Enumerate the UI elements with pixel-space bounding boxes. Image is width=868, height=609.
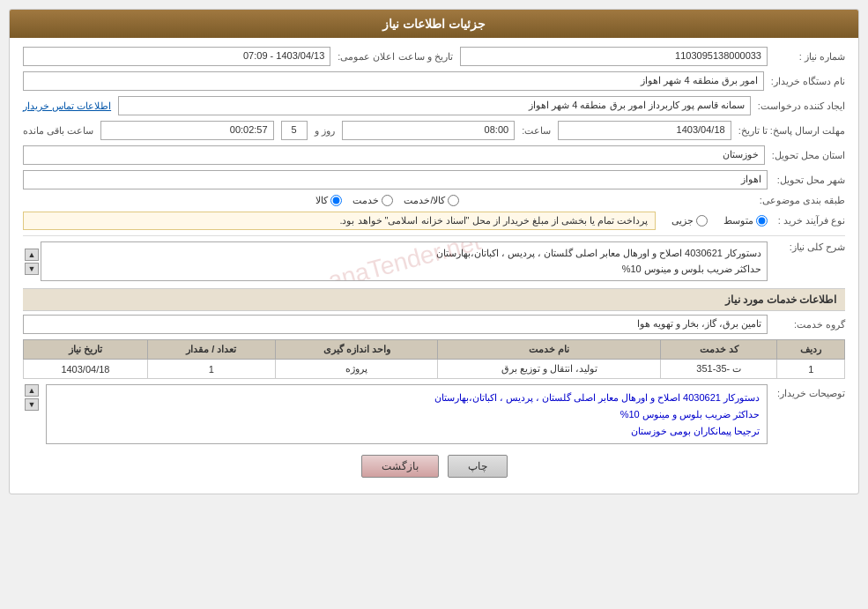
radio-piece-input[interactable] [696, 215, 708, 227]
send-date-value: 1403/04/18 [558, 121, 731, 140]
province-label: استان محل تحویل: [772, 150, 845, 161]
cell-code: ت -35-351 [661, 360, 777, 379]
row-creator: ایجاد کننده درخواست: سمانه قاسم پور کارب… [23, 96, 845, 115]
table-row: 1ت -35-351تولید، انتقال و توزیع برقپروژه… [24, 360, 845, 379]
process-note: پرداخت تمام یا بخشی از مبلغ خریدار از مح… [23, 212, 656, 230]
scroll-arrows: ▲ ▼ [25, 241, 39, 281]
service-group-value: تامین برق، گاز، بخار و تهویه هوا [23, 315, 768, 334]
need-desc-label: شرح کلی نیاز: [775, 241, 845, 253]
row-need-number: شماره نیاز : 1103095138000033 تاریخ و سا… [23, 47, 845, 66]
main-card: جزئیات اطلاعات نیاز شماره نیاز : 1103095… [9, 9, 859, 494]
send-time-value: 08:00 [342, 121, 515, 140]
col-date: تاریخ نیاز [24, 340, 148, 360]
radio-goods-input[interactable] [330, 195, 342, 206]
cell-name: تولید، انتقال و توزیع برق [438, 360, 661, 379]
button-row: چاپ بازگشت [23, 455, 845, 478]
creator-value: سمانه قاسم پور کاربرداز امور برق منطقه 4… [118, 96, 751, 115]
buyer-scroll-up-btn[interactable]: ▲ [25, 384, 39, 397]
creator-label: ایجاد کننده درخواست: [758, 100, 845, 112]
card-header: جزئیات اطلاعات نیاز [10, 10, 858, 38]
radio-goods-service[interactable]: کالا/خدمت [404, 195, 459, 206]
scroll-down-btn[interactable]: ▼ [25, 263, 39, 275]
col-unit: واحد اندازه گیری [275, 340, 437, 360]
contact-link[interactable]: اطلاعات تماس خریدار [23, 100, 111, 112]
cell-count: 1 [147, 360, 275, 379]
row-province: استان محل تحویل: خوزستان [23, 145, 845, 165]
category-label: طبقه بندی موضوعی: [760, 195, 845, 206]
radio-goods[interactable]: کالا [315, 195, 342, 206]
buyer-notes-value: دستورکار 4030621 اصلاح و اورهال معابر اص… [46, 384, 768, 444]
city-value: اهواز [23, 170, 768, 189]
send-date-label: مهلت ارسال پاسخ: تا تاریخ: [738, 125, 845, 137]
province-value: خوزستان [23, 145, 765, 165]
service-group-label: گروه خدمت: [775, 319, 845, 330]
date-label: تاریخ و ساعت اعلان عمومی: [338, 51, 452, 63]
category-radio-group: کالا/خدمت خدمت کالا [23, 195, 753, 206]
col-code: کد خدمت [661, 340, 777, 360]
buyer-desc-scroll: ▲ ▼ [25, 384, 39, 411]
date-value: 1403/04/13 - 07:09 [23, 47, 330, 66]
buyer-org-value: امور برق منطقه 4 شهر اهواز [23, 71, 764, 91]
print-button[interactable]: چاپ [448, 455, 508, 478]
col-count: تعداد / مقدار [147, 340, 275, 360]
need-desc-container: دستورکار 4030621 اصلاح و اورهال معابر اص… [23, 241, 768, 281]
col-name: نام خدمت [438, 340, 661, 360]
radio-piece[interactable]: جزیی [671, 215, 708, 227]
city-label: شهر محل تحویل: [775, 175, 845, 186]
need-desc-value: دستورکار 4030621 اصلاح و اورهال معابر اص… [41, 241, 768, 281]
send-day-label: روز و [315, 125, 335, 137]
row-buyer-org: نام دستگاه خریدار: امور برق منطقه 4 شهر … [23, 71, 845, 91]
row-service-group: گروه خدمت: تامین برق، گاز، بخار و تهویه … [23, 315, 845, 334]
radio-service[interactable]: خدمت [352, 195, 393, 206]
radio-medium[interactable]: متوسط [723, 215, 768, 227]
need-number-value: 1103095138000033 [460, 47, 768, 66]
radio-goods-service-input[interactable] [448, 195, 459, 206]
col-row: ردیف [777, 340, 845, 360]
buyer-scroll-down-btn[interactable]: ▼ [25, 398, 39, 411]
cell-date: 1403/04/18 [24, 360, 148, 379]
services-table-head: ردیف کد خدمت نام خدمت واحد اندازه گیری ت… [24, 340, 845, 360]
row-need-desc: شرح کلی نیاز: دستورکار 4030621 اصلاح و ا… [23, 241, 845, 281]
row-process: نوع فرآیند خرید : متوسط جزیی پرداخت تمام… [23, 212, 845, 230]
row-send-date: مهلت ارسال پاسخ: تا تاریخ: 1403/04/18 سا… [23, 121, 845, 140]
radio-medium-input[interactable] [756, 215, 768, 227]
page-wrapper: جزئیات اطلاعات نیاز شماره نیاز : 1103095… [0, 0, 868, 609]
scroll-up-btn[interactable]: ▲ [25, 249, 39, 261]
send-time-label: ساعت: [522, 125, 551, 137]
send-day-value: 5 [281, 121, 308, 140]
need-number-label: شماره نیاز : [775, 51, 845, 63]
row-category: طبقه بندی موضوعی: کالا/خدمت خدمت کالا [23, 195, 845, 206]
card-body: شماره نیاز : 1103095138000033 تاریخ و سا… [10, 38, 858, 494]
back-button[interactable]: بازگشت [361, 455, 439, 478]
process-label: نوع فرآیند خرید : [775, 215, 845, 227]
radio-service-input[interactable] [382, 195, 393, 206]
row-buyer-desc: توصیحات خریدار: دستورکار 4030621 اصلاح و… [23, 384, 845, 444]
remaining-label: ساعت باقی مانده [23, 125, 93, 137]
row-city: شهر محل تحویل: اهواز [23, 170, 845, 189]
header-title: جزئیات اطلاعات نیاز [382, 17, 486, 31]
buyer-org-label: نام دستگاه خریدار: [771, 76, 845, 87]
services-section-header: اطلاعات خدمات مورد نیاز [23, 288, 845, 311]
remaining-value: 00:02:57 [100, 121, 273, 140]
cell-unit: پروژه [275, 360, 437, 379]
services-table-body: 1ت -35-351تولید، انتقال و توزیع برقپروژه… [24, 360, 845, 379]
cell-row: 1 [777, 360, 845, 379]
services-table: ردیف کد خدمت نام خدمت واحد اندازه گیری ت… [23, 339, 845, 379]
buyer-notes-label: توصیحات خریدار: [775, 384, 845, 399]
